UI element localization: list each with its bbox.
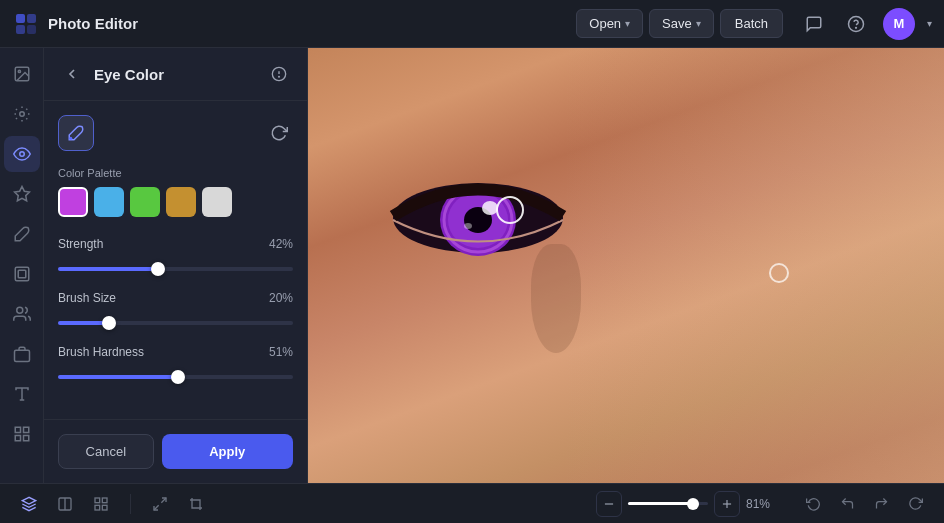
color-palette — [58, 187, 293, 217]
sidebar-item-photos[interactable] — [4, 56, 40, 92]
svg-rect-3 — [27, 25, 36, 34]
svg-rect-36 — [95, 498, 100, 503]
apply-button[interactable]: Apply — [162, 434, 293, 469]
brush-hardness-slider-row: Brush Hardness 51% — [58, 345, 293, 383]
color-swatch-purple[interactable] — [58, 187, 88, 217]
brush-size-header: Brush Size 20% — [58, 291, 293, 305]
color-swatch-gray[interactable] — [202, 187, 232, 217]
history-icon-button[interactable] — [900, 489, 930, 519]
sidebar-item-adjustments[interactable] — [4, 96, 40, 132]
brush-size-input[interactable] — [58, 321, 293, 325]
compare-icon-button[interactable] — [50, 489, 80, 519]
svg-marker-33 — [22, 497, 35, 504]
svg-point-13 — [16, 307, 22, 313]
left-sidebar — [0, 48, 44, 483]
zoom-controls: 81% — [596, 491, 782, 517]
save-chevron: ▾ — [696, 18, 701, 29]
zoom-in-button[interactable] — [714, 491, 740, 517]
svg-rect-14 — [14, 350, 29, 361]
svg-rect-2 — [16, 25, 25, 34]
topbar: Photo Editor Open ▾ Save ▾ Batch — [0, 0, 944, 48]
sidebar-item-effects[interactable] — [4, 176, 40, 212]
open-chevron: ▾ — [625, 18, 630, 29]
sidebar-item-paint[interactable] — [4, 216, 40, 252]
strength-slider-row: Strength 42% — [58, 237, 293, 275]
svg-rect-39 — [102, 505, 107, 510]
grid-icon-button[interactable] — [86, 489, 116, 519]
svg-rect-17 — [15, 427, 20, 432]
help-icon-button[interactable] — [841, 9, 871, 39]
chat-icon-button[interactable] — [799, 9, 829, 39]
app-logo: Photo Editor — [12, 10, 138, 38]
save-button[interactable]: Save ▾ — [649, 9, 714, 38]
user-avatar[interactable]: M — [883, 8, 915, 40]
tool-row — [58, 115, 293, 151]
logo-icon — [12, 10, 40, 38]
reset-icon-button[interactable] — [798, 489, 828, 519]
brush-hardness-header: Brush Hardness 51% — [58, 345, 293, 359]
refresh-tool-button[interactable] — [265, 119, 293, 147]
color-swatch-blue[interactable] — [94, 187, 124, 217]
open-button[interactable]: Open ▾ — [576, 9, 643, 38]
view-controls — [145, 489, 211, 519]
app-title: Photo Editor — [48, 15, 138, 32]
strength-value: 42% — [269, 237, 293, 251]
layer-controls — [14, 489, 116, 519]
svg-point-7 — [18, 70, 20, 72]
panel-info-button[interactable] — [265, 60, 293, 88]
eye-color-panel: Eye Color — [44, 48, 308, 483]
sidebar-item-overlays[interactable] — [4, 336, 40, 372]
zoom-value: 81% — [746, 497, 782, 511]
svg-marker-10 — [14, 187, 29, 201]
panel-back-button[interactable] — [58, 60, 86, 88]
fit-screen-icon-button[interactable] — [145, 489, 175, 519]
strength-label: Strength — [58, 237, 103, 251]
panel-footer: Cancel Apply — [44, 419, 307, 483]
panel-body: Color Palette Strength 42% — [44, 101, 307, 419]
svg-rect-20 — [23, 436, 28, 441]
sidebar-item-more[interactable] — [4, 416, 40, 452]
redo-icon-button[interactable] — [866, 489, 896, 519]
sidebar-item-text[interactable] — [4, 376, 40, 412]
svg-rect-37 — [102, 498, 107, 503]
panel-header: Eye Color — [44, 48, 307, 101]
svg-rect-11 — [15, 267, 29, 281]
undo-redo-controls — [798, 489, 930, 519]
svg-point-24 — [69, 137, 72, 140]
color-swatch-brown[interactable] — [166, 187, 196, 217]
panel-title: Eye Color — [94, 66, 257, 83]
zoom-slider[interactable] — [628, 502, 708, 505]
svg-rect-18 — [23, 427, 28, 432]
brush-size-value: 20% — [269, 291, 293, 305]
batch-button[interactable]: Batch — [720, 9, 783, 38]
svg-line-41 — [154, 505, 159, 510]
crop-icon-button[interactable] — [181, 489, 211, 519]
color-palette-label: Color Palette — [58, 167, 293, 179]
cancel-button[interactable]: Cancel — [58, 434, 154, 469]
svg-line-40 — [161, 498, 166, 503]
brush-hardness-input[interactable] — [58, 375, 293, 379]
avatar-chevron: ▾ — [927, 18, 932, 29]
separator-1 — [130, 494, 131, 514]
sidebar-item-eye[interactable] — [4, 136, 40, 172]
svg-rect-19 — [15, 436, 20, 441]
brush-tool-button[interactable] — [58, 115, 94, 151]
bottombar: 81% — [0, 483, 944, 523]
brush-size-slider-row: Brush Size 20% — [58, 291, 293, 329]
layers-icon-button[interactable] — [14, 489, 44, 519]
brush-hardness-label: Brush Hardness — [58, 345, 144, 359]
svg-rect-38 — [95, 505, 100, 510]
sidebar-item-frames[interactable] — [4, 256, 40, 292]
svg-rect-1 — [27, 14, 36, 23]
zoom-out-button[interactable] — [596, 491, 622, 517]
main-area: Eye Color — [0, 48, 944, 483]
svg-point-9 — [19, 152, 24, 157]
undo-icon-button[interactable] — [832, 489, 862, 519]
color-swatch-green[interactable] — [130, 187, 160, 217]
svg-rect-12 — [18, 270, 26, 278]
strength-input[interactable] — [58, 267, 293, 271]
canvas-area[interactable] — [308, 48, 944, 483]
sidebar-item-people[interactable] — [4, 296, 40, 332]
svg-point-8 — [19, 112, 24, 117]
brush-size-label: Brush Size — [58, 291, 116, 305]
